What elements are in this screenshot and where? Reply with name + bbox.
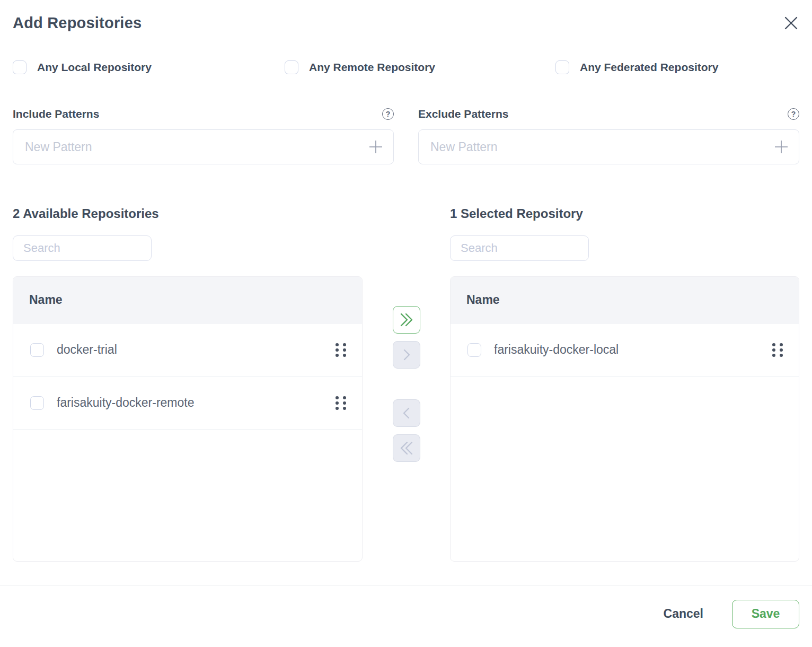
cancel-button[interactable]: Cancel — [664, 607, 703, 621]
drag-handle-icon[interactable] — [336, 343, 346, 357]
patterns-section: Include Patterns ? Exclude Patterns ? — [13, 107, 799, 164]
include-pattern-input[interactable] — [13, 130, 393, 164]
any-remote-checkbox[interactable] — [285, 60, 298, 74]
include-patterns-group: Include Patterns ? — [13, 107, 394, 164]
table-row-farisakuity-docker-remote[interactable]: farisakuity-docker-remote — [13, 377, 362, 430]
transfer-controls — [363, 206, 450, 562]
selected-repositories-heading: 1 Selected Repository — [450, 206, 799, 221]
repo-name: farisakuity-docker-remote — [57, 396, 194, 410]
exclude-pattern-input[interactable] — [419, 130, 799, 164]
include-pattern-box — [13, 129, 394, 164]
available-search-input[interactable] — [13, 235, 152, 261]
plus-icon — [369, 140, 383, 154]
drag-handle-icon[interactable] — [772, 343, 783, 357]
selected-repositories-table: Name farisakuity-docker-local — [450, 276, 799, 562]
any-federated-label: Any Federated Repository — [580, 61, 718, 74]
exclude-add-pattern-button[interactable] — [774, 140, 788, 154]
option-any-federated-repository[interactable]: Any Federated Repository — [555, 60, 799, 74]
table-row-docker-trial[interactable]: docker-trial — [13, 324, 362, 377]
page-title: Add Repositories — [13, 14, 142, 32]
row-checkbox[interactable] — [30, 343, 44, 357]
available-repositories-heading: 2 Available Repositories — [13, 206, 363, 221]
move-all-right-button[interactable] — [393, 306, 420, 334]
chevron-left-icon — [401, 407, 412, 419]
exclude-patterns-group: Exclude Patterns ? — [418, 107, 799, 164]
include-patterns-help-icon[interactable]: ? — [382, 108, 394, 120]
chevron-right-icon — [401, 348, 412, 361]
any-federated-checkbox[interactable] — [555, 60, 569, 74]
selected-search-input[interactable] — [450, 235, 589, 261]
selected-repositories-panel: 1 Selected Repository Name farisakuity-d… — [450, 206, 799, 562]
repo-type-options: Any Local Repository Any Remote Reposito… — [13, 60, 799, 74]
available-name-column-header: Name — [29, 293, 63, 307]
exclude-patterns-label: Exclude Patterns — [418, 108, 508, 120]
move-all-left-button[interactable] — [393, 434, 420, 462]
available-repositories-panel: 2 Available Repositories Name docker-tri… — [13, 206, 363, 562]
save-button[interactable]: Save — [732, 600, 799, 628]
close-icon — [783, 15, 799, 31]
row-checkbox[interactable] — [467, 343, 481, 357]
plus-icon — [774, 140, 788, 154]
close-button[interactable] — [783, 15, 799, 31]
double-chevron-left-icon — [399, 441, 414, 456]
option-any-local-repository[interactable]: Any Local Repository — [13, 60, 285, 74]
option-any-remote-repository[interactable]: Any Remote Repository — [285, 60, 555, 74]
move-right-button[interactable] — [393, 341, 420, 369]
row-checkbox[interactable] — [30, 396, 44, 410]
double-chevron-right-icon — [399, 312, 414, 327]
table-row-farisakuity-docker-local[interactable]: farisakuity-docker-local — [451, 324, 799, 377]
modal-header: Add Repositories — [13, 0, 799, 32]
repo-name: farisakuity-docker-local — [494, 343, 619, 357]
selected-table-header: Name — [451, 277, 799, 324]
exclude-pattern-box — [418, 129, 799, 164]
any-local-checkbox[interactable] — [13, 60, 27, 74]
any-local-label: Any Local Repository — [37, 61, 152, 74]
modal-footer: Cancel Save — [0, 585, 812, 642]
include-add-pattern-button[interactable] — [369, 140, 383, 154]
available-table-header: Name — [13, 277, 362, 324]
selected-name-column-header: Name — [466, 293, 500, 307]
repositories-section: 2 Available Repositories Name docker-tri… — [13, 206, 799, 562]
available-repositories-table: Name docker-trial farisakuity-docker-rem… — [13, 276, 363, 562]
repo-name: docker-trial — [57, 343, 117, 357]
include-patterns-label: Include Patterns — [13, 108, 99, 120]
exclude-patterns-help-icon[interactable]: ? — [788, 108, 799, 120]
drag-handle-icon[interactable] — [336, 396, 346, 410]
move-left-button[interactable] — [393, 399, 420, 427]
any-remote-label: Any Remote Repository — [309, 61, 435, 74]
